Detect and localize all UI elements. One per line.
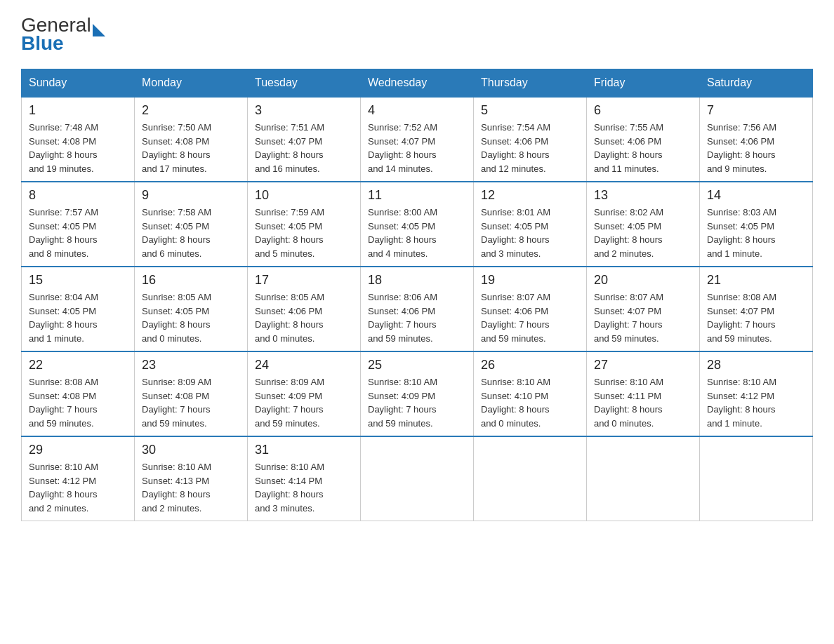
calendar-cell: 1Sunrise: 7:48 AMSunset: 4:08 PMDaylight… [22,97,135,182]
calendar-cell: 7Sunrise: 7:56 AMSunset: 4:06 PMDaylight… [700,97,813,182]
day-info: Sunrise: 7:57 AMSunset: 4:05 PMDaylight:… [29,206,127,260]
calendar-cell: 12Sunrise: 8:01 AMSunset: 4:05 PMDayligh… [474,182,587,267]
day-info: Sunrise: 8:08 AMSunset: 4:08 PMDaylight:… [29,375,127,430]
calendar-cell: 19Sunrise: 8:07 AMSunset: 4:06 PMDayligh… [474,267,587,351]
day-number: 11 [368,188,466,203]
calendar-cell: 30Sunrise: 8:10 AMSunset: 4:13 PMDayligh… [135,436,248,521]
day-info: Sunrise: 8:09 AMSunset: 4:08 PMDaylight:… [142,375,240,430]
day-number: 26 [481,358,579,373]
day-number: 15 [29,273,127,288]
day-number: 1 [29,103,127,118]
day-number: 8 [29,188,127,203]
day-info: Sunrise: 8:05 AMSunset: 4:05 PMDaylight:… [142,290,240,345]
day-number: 27 [594,358,692,373]
calendar-header-saturday: Saturday [700,69,813,98]
calendar-cell: 14Sunrise: 8:03 AMSunset: 4:05 PMDayligh… [700,182,813,267]
calendar-cell: 18Sunrise: 8:06 AMSunset: 4:06 PMDayligh… [361,267,474,351]
day-info: Sunrise: 8:10 AMSunset: 4:11 PMDaylight:… [594,375,692,430]
calendar-header-wednesday: Wednesday [361,69,474,98]
calendar-week-row: 29Sunrise: 8:10 AMSunset: 4:12 PMDayligh… [22,436,813,521]
day-info: Sunrise: 8:02 AMSunset: 4:05 PMDaylight:… [594,206,692,260]
day-info: Sunrise: 7:51 AMSunset: 4:07 PMDaylight:… [255,121,353,175]
day-info: Sunrise: 8:10 AMSunset: 4:09 PMDaylight:… [368,375,466,430]
calendar-cell: 20Sunrise: 8:07 AMSunset: 4:07 PMDayligh… [587,267,700,351]
calendar-cell [700,436,813,521]
day-info: Sunrise: 8:03 AMSunset: 4:05 PMDaylight:… [707,206,805,260]
logo-text-blue: Blue [21,32,105,55]
calendar-cell: 22Sunrise: 8:08 AMSunset: 4:08 PMDayligh… [22,351,135,436]
calendar-cell: 23Sunrise: 8:09 AMSunset: 4:08 PMDayligh… [135,351,248,436]
day-info: Sunrise: 7:55 AMSunset: 4:06 PMDaylight:… [594,121,692,175]
day-number: 7 [707,103,805,118]
day-number: 29 [29,443,127,457]
calendar-cell: 31Sunrise: 8:10 AMSunset: 4:14 PMDayligh… [248,436,361,521]
day-info: Sunrise: 8:10 AMSunset: 4:10 PMDaylight:… [481,375,579,430]
calendar-header-row: SundayMondayTuesdayWednesdayThursdayFrid… [22,69,813,98]
day-number: 17 [255,273,353,288]
calendar-cell: 6Sunrise: 7:55 AMSunset: 4:06 PMDaylight… [587,97,700,182]
day-number: 30 [142,443,240,457]
day-info: Sunrise: 8:08 AMSunset: 4:07 PMDaylight:… [707,290,805,345]
calendar-header-sunday: Sunday [22,69,135,98]
day-number: 22 [29,358,127,373]
calendar-cell: 29Sunrise: 8:10 AMSunset: 4:12 PMDayligh… [22,436,135,521]
calendar-cell: 16Sunrise: 8:05 AMSunset: 4:05 PMDayligh… [135,267,248,351]
day-number: 12 [481,188,579,203]
day-info: Sunrise: 7:56 AMSunset: 4:06 PMDaylight:… [707,121,805,175]
day-info: Sunrise: 7:48 AMSunset: 4:08 PMDaylight:… [29,121,127,175]
day-number: 5 [481,103,579,118]
calendar-cell: 13Sunrise: 8:02 AMSunset: 4:05 PMDayligh… [587,182,700,267]
calendar-cell: 21Sunrise: 8:08 AMSunset: 4:07 PMDayligh… [700,267,813,351]
calendar-week-row: 8Sunrise: 7:57 AMSunset: 4:05 PMDaylight… [22,182,813,267]
day-number: 2 [142,103,240,118]
day-number: 25 [368,358,466,373]
calendar-header-thursday: Thursday [474,69,587,98]
calendar-cell: 26Sunrise: 8:10 AMSunset: 4:10 PMDayligh… [474,351,587,436]
day-info: Sunrise: 7:54 AMSunset: 4:06 PMDaylight:… [481,121,579,175]
day-number: 28 [707,358,805,373]
day-number: 21 [707,273,805,288]
calendar-cell: 27Sunrise: 8:10 AMSunset: 4:11 PMDayligh… [587,351,700,436]
day-info: Sunrise: 8:09 AMSunset: 4:09 PMDaylight:… [255,375,353,430]
calendar-cell: 28Sunrise: 8:10 AMSunset: 4:12 PMDayligh… [700,351,813,436]
day-info: Sunrise: 8:05 AMSunset: 4:06 PMDaylight:… [255,290,353,345]
calendar-cell [361,436,474,521]
day-number: 16 [142,273,240,288]
calendar-cell: 10Sunrise: 7:59 AMSunset: 4:05 PMDayligh… [248,182,361,267]
day-info: Sunrise: 8:06 AMSunset: 4:06 PMDaylight:… [368,290,466,345]
calendar-week-row: 22Sunrise: 8:08 AMSunset: 4:08 PMDayligh… [22,351,813,436]
day-info: Sunrise: 8:10 AMSunset: 4:14 PMDaylight:… [255,460,353,515]
calendar-header-monday: Monday [135,69,248,98]
page-header: General Blue [21,14,813,55]
calendar-cell: 4Sunrise: 7:52 AMSunset: 4:07 PMDaylight… [361,97,474,182]
calendar-cell: 3Sunrise: 7:51 AMSunset: 4:07 PMDaylight… [248,97,361,182]
logo: General Blue [21,14,105,55]
calendar-cell: 2Sunrise: 7:50 AMSunset: 4:08 PMDaylight… [135,97,248,182]
day-info: Sunrise: 8:00 AMSunset: 4:05 PMDaylight:… [368,206,466,260]
day-number: 14 [707,188,805,203]
calendar-cell: 9Sunrise: 7:58 AMSunset: 4:05 PMDaylight… [135,182,248,267]
calendar-cell: 15Sunrise: 8:04 AMSunset: 4:05 PMDayligh… [22,267,135,351]
day-number: 4 [368,103,466,118]
day-info: Sunrise: 7:58 AMSunset: 4:05 PMDaylight:… [142,206,240,260]
day-info: Sunrise: 8:07 AMSunset: 4:07 PMDaylight:… [594,290,692,345]
day-number: 20 [594,273,692,288]
day-info: Sunrise: 8:07 AMSunset: 4:06 PMDaylight:… [481,290,579,345]
day-number: 19 [481,273,579,288]
day-info: Sunrise: 8:10 AMSunset: 4:12 PMDaylight:… [29,460,127,515]
calendar-cell: 5Sunrise: 7:54 AMSunset: 4:06 PMDaylight… [474,97,587,182]
day-number: 10 [255,188,353,203]
day-number: 6 [594,103,692,118]
calendar-table: SundayMondayTuesdayWednesdayThursdayFrid… [21,69,813,521]
calendar-cell: 11Sunrise: 8:00 AMSunset: 4:05 PMDayligh… [361,182,474,267]
day-info: Sunrise: 8:10 AMSunset: 4:13 PMDaylight:… [142,460,240,515]
day-info: Sunrise: 7:59 AMSunset: 4:05 PMDaylight:… [255,206,353,260]
day-number: 23 [142,358,240,373]
calendar-cell: 24Sunrise: 8:09 AMSunset: 4:09 PMDayligh… [248,351,361,436]
day-info: Sunrise: 8:04 AMSunset: 4:05 PMDaylight:… [29,290,127,345]
calendar-header-tuesday: Tuesday [248,69,361,98]
calendar-cell: 25Sunrise: 8:10 AMSunset: 4:09 PMDayligh… [361,351,474,436]
day-info: Sunrise: 7:52 AMSunset: 4:07 PMDaylight:… [368,121,466,175]
day-info: Sunrise: 8:01 AMSunset: 4:05 PMDaylight:… [481,206,579,260]
calendar-cell: 17Sunrise: 8:05 AMSunset: 4:06 PMDayligh… [248,267,361,351]
